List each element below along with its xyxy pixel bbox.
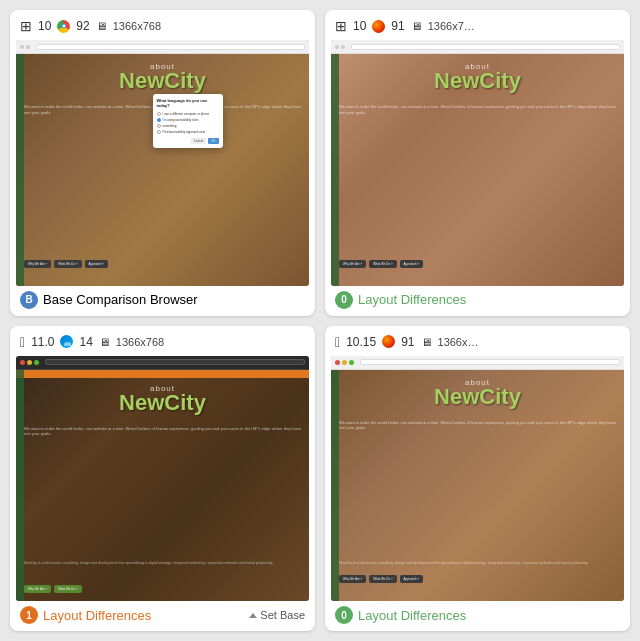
browser-url-bottom-right [360, 359, 620, 365]
modal-title: What language do you use today? [157, 98, 219, 108]
site-content-top-left: about NewCity We want to make the world … [16, 54, 309, 286]
card-top-right: ⊞ 10 91 🖥 1366x7… about NewCity We want … [325, 10, 630, 316]
browser-dot-r1 [335, 45, 339, 49]
label-badge-top-left: B Base Comparison Browser [20, 291, 198, 309]
nav-btn-2-bottom-left: What We Do » [54, 585, 81, 593]
set-base-label: Set Base [260, 609, 305, 621]
modal-ok: OK [208, 138, 218, 144]
browser-dot-r2 [341, 45, 345, 49]
card-header-top-right: ⊞ 10 91 🖥 1366x7… [325, 10, 630, 40]
browser-url-top-right [351, 44, 620, 50]
traffic-red-1 [20, 360, 25, 365]
set-base-button[interactable]: Set Base [249, 609, 305, 621]
badge-top-left: B [20, 291, 38, 309]
card-top-left: ⊞ 10 92 🖥 1366x768 about NewCity We want… [10, 10, 315, 316]
chrome-icon [57, 20, 70, 33]
card-footer-bottom-left: 1 Layout Differences Set Base [10, 601, 315, 631]
side-bar-bottom-left [16, 370, 24, 602]
screen-icon-bottom-left: 🖥 [99, 336, 110, 348]
os-version-bottom-left: 11.0 [31, 335, 54, 349]
nav-btn-3-top-left: Approach » [85, 260, 108, 268]
label-text-top-left: Base Comparison Browser [43, 292, 198, 307]
label-text-bottom-right: Layout Differences [358, 608, 466, 623]
modal-radio-3 [157, 124, 161, 128]
resolution-top-right: 1366x7… [428, 20, 475, 32]
orange-bar [16, 370, 309, 378]
site-nav-bottom-left: Why We Are » What We Do » [24, 585, 82, 593]
windows-icon-2: ⊞ [335, 18, 347, 34]
modal-radio-4 [157, 130, 161, 134]
nav-btn-1-top-left: Why We Are » [24, 260, 51, 268]
card-footer-top-right: 0 Layout Differences [325, 286, 630, 316]
card-header-top-left: ⊞ 10 92 🖥 1366x768 [10, 10, 315, 40]
browser-chrome-top-right [331, 40, 624, 54]
resolution-bottom-right: 1366x… [438, 336, 479, 348]
side-bar-top-left [16, 54, 24, 286]
windows-icon: ⊞ [20, 18, 32, 34]
traffic-yellow-1 [27, 360, 32, 365]
side-bar-bottom-right [331, 370, 339, 602]
nav-btn-2-bottom-right: What We Do » [369, 575, 396, 583]
nav-btn-2-top-right: What We Do » [369, 260, 396, 268]
nav-btn-1-bottom-left: Why We Are » [24, 585, 51, 593]
label-text-bottom-left: Layout Differences [43, 608, 151, 623]
site-body-bottom-left: We want to make the world better, one we… [24, 426, 301, 437]
nav-btn-1-top-right: Why We Are » [339, 260, 366, 268]
card-header-bottom-left:  11.0 14 🖥 1366x768 [10, 326, 315, 356]
site-bottom-bottom-left: NewCity is a full-service consulting, de… [24, 561, 301, 566]
apple-icon-1:  [20, 334, 25, 350]
browser-version-top-right: 91 [391, 19, 404, 33]
site-body-top-right: We want to make the world better, one we… [339, 104, 616, 115]
firefox-icon-1 [372, 20, 385, 33]
screen-icon-bottom-right: 🖥 [421, 336, 432, 348]
screenshot-top-right: about NewCity We want to make the world … [331, 40, 624, 286]
side-bar-top-right [331, 54, 339, 286]
site-nav-top-left: Why We Are » What We Do » Approach » [24, 260, 108, 268]
card-bottom-right:  10.15 91 🖥 1366x… about NewCity We wan… [325, 326, 630, 632]
browser-dot-2 [26, 45, 30, 49]
modal-option-4: Find accessibility approach next [157, 129, 219, 135]
os-version-bottom-right: 10.15 [346, 335, 376, 349]
modal-radio-2 [157, 118, 161, 122]
browser-url-bottom-left [45, 359, 305, 365]
browser-version-bottom-right: 91 [401, 335, 414, 349]
nav-btn-3-bottom-right: Approach » [400, 575, 423, 583]
mac-traffic-bottom-left [20, 360, 39, 365]
site-content-bottom-right: about NewCity We want to make the world … [331, 370, 624, 602]
label-badge-top-right: 0 Layout Differences [335, 291, 466, 309]
edge-icon [60, 335, 73, 348]
badge-bottom-right: 0 [335, 606, 353, 624]
site-body-bottom-right: We want to make the world better, one we… [339, 420, 616, 431]
browser-dot-1 [20, 45, 24, 49]
site-title-bottom-left: NewCity [119, 390, 206, 416]
browser-version-top-left: 92 [76, 19, 89, 33]
modal-footer: Cancel OK [157, 138, 219, 144]
site-content-bottom-left: about NewCity We want to make the world … [16, 370, 309, 602]
resolution-top-left: 1366x768 [113, 20, 161, 32]
site-nav-top-right: Why We Are » What We Do » Approach » [339, 260, 423, 268]
label-badge-bottom-right: 0 Layout Differences [335, 606, 466, 624]
os-version-top-right: 10 [353, 19, 366, 33]
browser-version-bottom-left: 14 [79, 335, 92, 349]
label-text-top-right: Layout Differences [358, 292, 466, 307]
badge-bottom-left: 1 [20, 606, 38, 624]
card-header-bottom-right:  10.15 91 🖥 1366x… [325, 326, 630, 356]
mac-traffic-bottom-right [335, 360, 354, 365]
os-version-top-left: 10 [38, 19, 51, 33]
modal-radio-1 [157, 112, 161, 116]
browser-chrome-bottom-left [16, 356, 309, 370]
traffic-green-2 [349, 360, 354, 365]
site-title-top-left: NewCity [119, 68, 206, 94]
site-bottom-bottom-right: NewCity is a full-service consulting, de… [339, 561, 616, 566]
traffic-green-1 [34, 360, 39, 365]
badge-top-right: 0 [335, 291, 353, 309]
screen-icon-top-right: 🖥 [411, 20, 422, 32]
screenshot-bottom-left: about NewCity We want to make the world … [16, 356, 309, 602]
firefox-icon-2 [382, 335, 395, 348]
nav-btn-2-top-left: What We Do » [54, 260, 81, 268]
screen-icon-top-left: 🖥 [96, 20, 107, 32]
nav-btn-1-bottom-right: Why We Are » [339, 575, 366, 583]
site-title-bottom-right: NewCity [434, 384, 521, 410]
card-bottom-left:  11.0 14 🖥 1366x768 about NewCity We wa… [10, 326, 315, 632]
site-title-top-right: NewCity [434, 68, 521, 94]
